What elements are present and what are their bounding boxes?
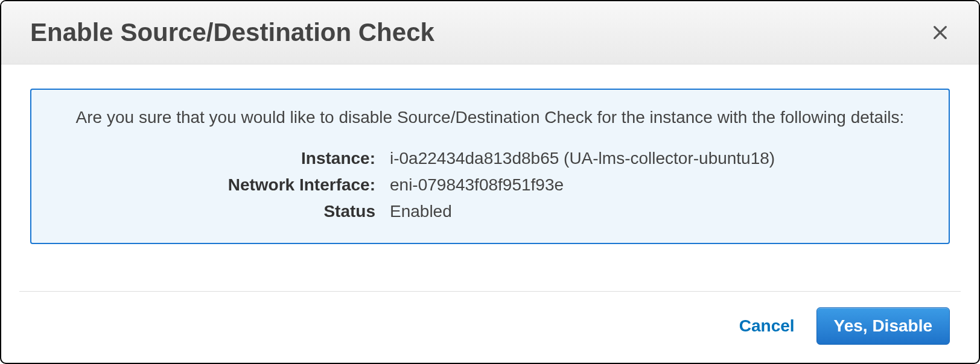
close-icon[interactable] (931, 23, 950, 42)
details-list: Instance: i-0a22434da813d8b65 (UA-lms-co… (56, 149, 924, 221)
modal-title: Enable Source/Destination Check (30, 18, 434, 47)
info-panel: Are you sure that you would like to disa… (30, 89, 950, 244)
confirmation-modal: Enable Source/Destination Check Are you … (0, 0, 980, 364)
instance-label: Instance: (56, 149, 375, 168)
modal-header: Enable Source/Destination Check (1, 1, 979, 64)
modal-footer: Cancel Yes, Disable (1, 292, 979, 363)
modal-body: Are you sure that you would like to disa… (1, 64, 979, 267)
status-value: Enabled (390, 202, 924, 221)
confirm-disable-button[interactable]: Yes, Disable (816, 307, 950, 345)
status-label: Status (56, 202, 375, 221)
cancel-button[interactable]: Cancel (734, 310, 800, 342)
network-interface-value: eni-079843f08f951f93e (390, 175, 924, 195)
network-interface-label: Network Interface: (56, 175, 375, 195)
instance-value: i-0a22434da813d8b65 (UA-lms-collector-ub… (390, 149, 924, 168)
confirmation-message: Are you sure that you would like to disa… (56, 108, 924, 127)
